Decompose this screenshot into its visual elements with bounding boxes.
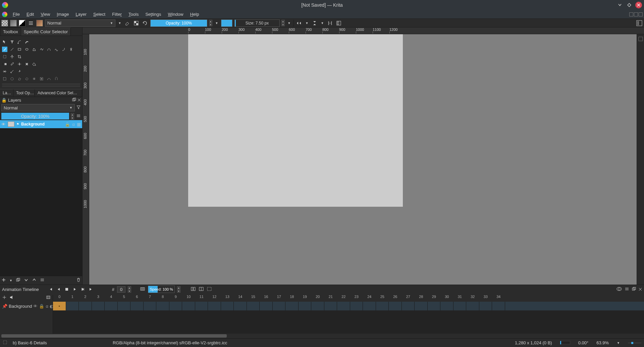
- frame-cell[interactable]: [492, 302, 505, 310]
- frame-tick[interactable]: 25: [376, 295, 389, 301]
- frame-cell[interactable]: [118, 302, 131, 310]
- subwindow-min-icon[interactable]: [629, 12, 633, 16]
- track-alpha-icon[interactable]: α: [46, 304, 48, 309]
- move-layer-down-button[interactable]: [24, 278, 29, 283]
- mirror-horizontal-icon[interactable]: [296, 20, 303, 27]
- window-close-button[interactable]: [635, 2, 642, 8]
- blend-mode-dropdown-arrow[interactable]: ▼: [117, 21, 122, 25]
- frame-ruler[interactable]: 0123456789101112131415161718192021222324…: [53, 295, 644, 301]
- anim-onion-skin-icon[interactable]: [616, 286, 622, 293]
- frame-tick[interactable]: 26: [389, 295, 402, 301]
- frame-tick[interactable]: 34: [492, 295, 505, 301]
- frame-tick[interactable]: 30: [440, 295, 453, 301]
- layers-close-icon[interactable]: [77, 98, 81, 103]
- menu-file[interactable]: File: [9, 11, 23, 18]
- zoom-dropdown-arrow[interactable]: ▼: [617, 341, 620, 345]
- pattern-swatch-icon[interactable]: [1, 20, 8, 27]
- right-strip-toggle-icon[interactable]: [637, 36, 644, 42]
- tool-multibrush[interactable]: [68, 47, 74, 52]
- statusbar-zoom[interactable]: 63.9%: [596, 340, 609, 345]
- menu-window[interactable]: Window: [164, 11, 186, 18]
- mirror-vertical-icon[interactable]: [311, 20, 318, 27]
- window-maximize-button[interactable]: [626, 2, 633, 8]
- menu-image[interactable]: Image: [53, 11, 72, 18]
- frame-cell[interactable]: [79, 302, 92, 310]
- frame-tick[interactable]: 9: [169, 295, 182, 301]
- frame-cell[interactable]: [144, 302, 157, 310]
- eraser-mode-icon[interactable]: [124, 20, 131, 27]
- frame-tick[interactable]: 11: [195, 295, 208, 301]
- menu-view[interactable]: View: [37, 11, 53, 18]
- frame-tick[interactable]: 4: [105, 295, 118, 301]
- brush-size-slider[interactable]: Size: 7.50 px: [234, 19, 280, 27]
- frame-cell[interactable]: [299, 302, 312, 310]
- anim-next-frame-button[interactable]: [80, 287, 85, 292]
- move-layer-up-button[interactable]: [32, 278, 37, 283]
- mirror-v-arrow[interactable]: ▼: [320, 21, 325, 25]
- menu-edit[interactable]: Edit: [23, 11, 37, 18]
- layers-float-icon[interactable]: [72, 98, 76, 103]
- frame-cell[interactable]: [350, 302, 363, 310]
- selection-mode-icon[interactable]: [3, 340, 7, 346]
- anim-add-keyframe-button[interactable]: [2, 295, 7, 301]
- tool-assistant[interactable]: [2, 69, 7, 74]
- track-lock-icon[interactable]: 🔒: [39, 304, 44, 309]
- frame-cell[interactable]: [402, 302, 415, 310]
- frame-cell[interactable]: [311, 302, 324, 310]
- current-color-swatch[interactable]: [221, 19, 232, 27]
- opacity-dropdown-arrow[interactable]: ▼: [214, 21, 219, 25]
- anim-settings-icon[interactable]: [625, 287, 629, 292]
- frame-cell[interactable]: [247, 302, 260, 310]
- layer-properties-button[interactable]: [40, 278, 45, 283]
- tool-polygon-select[interactable]: [17, 76, 22, 82]
- tool-transform[interactable]: [2, 54, 7, 59]
- tool-edit-shapes[interactable]: [17, 39, 22, 45]
- frame-cell[interactable]: [273, 302, 286, 310]
- workspace-chooser-icon[interactable]: [335, 20, 342, 27]
- frame-cell[interactable]: [156, 302, 169, 310]
- workspace-switcher-icon[interactable]: [636, 20, 643, 27]
- layer-opacity-slider[interactable]: Opacity: 100%: [1, 113, 69, 119]
- frame-cell[interactable]: [169, 302, 182, 310]
- anim-close-icon[interactable]: [639, 287, 642, 292]
- track-label-background[interactable]: 📌 Background 👁 🔒 α ◐: [0, 302, 53, 310]
- frame-cell[interactable]: [479, 302, 492, 310]
- frame-tick[interactable]: 24: [363, 295, 376, 301]
- layer-blend-dropdown[interactable]: Normal ▼: [1, 104, 75, 111]
- anim-onion-next-icon[interactable]: [199, 287, 204, 292]
- menu-select[interactable]: Select: [90, 11, 109, 18]
- preserve-alpha-icon[interactable]: [133, 20, 140, 27]
- frame-tick[interactable]: 28: [415, 295, 428, 301]
- tool-bezier[interactable]: [46, 47, 52, 52]
- size-spinner[interactable]: ▴▾: [281, 20, 285, 26]
- frame-tick[interactable]: 8: [156, 295, 169, 301]
- frame-tick[interactable]: 23: [350, 295, 363, 301]
- frame-tick[interactable]: 7: [144, 295, 157, 301]
- tool-move[interactable]: [2, 39, 7, 45]
- add-layer-button[interactable]: [1, 278, 6, 283]
- frame-cell[interactable]: [440, 302, 453, 310]
- anim-speed-slider[interactable]: Speed: 100 %: [148, 286, 175, 293]
- frame-cell[interactable]: [53, 302, 66, 310]
- size-dropdown-arrow[interactable]: ▼: [287, 21, 291, 25]
- anim-zoom-icon[interactable]: [46, 295, 51, 301]
- tool-similar-select[interactable]: [39, 76, 44, 82]
- tool-contiguous-select[interactable]: [32, 76, 37, 82]
- anim-audio-button[interactable]: [9, 295, 14, 301]
- frame-tick[interactable]: 33: [479, 295, 492, 301]
- anim-play-button[interactable]: [72, 287, 77, 292]
- tool-polygon[interactable]: [32, 47, 37, 52]
- tool-move-layer[interactable]: [9, 54, 15, 59]
- menu-filter[interactable]: Filter: [109, 11, 125, 18]
- tool-magnetic-select[interactable]: [54, 76, 59, 82]
- tool-measure[interactable]: [9, 69, 15, 74]
- menu-layer[interactable]: Layer: [72, 11, 90, 18]
- tool-crop[interactable]: [17, 54, 22, 59]
- anim-first-frame-button[interactable]: [48, 287, 53, 292]
- duplicate-layer-button[interactable]: [16, 278, 20, 283]
- anim-prev-frame-button[interactable]: [56, 287, 61, 292]
- subwindow-close-icon[interactable]: [639, 12, 643, 16]
- blend-mode-dropdown[interactable]: Normal ▼: [45, 19, 115, 27]
- frame-tick[interactable]: 6: [130, 295, 144, 301]
- delete-layer-button[interactable]: [76, 278, 81, 283]
